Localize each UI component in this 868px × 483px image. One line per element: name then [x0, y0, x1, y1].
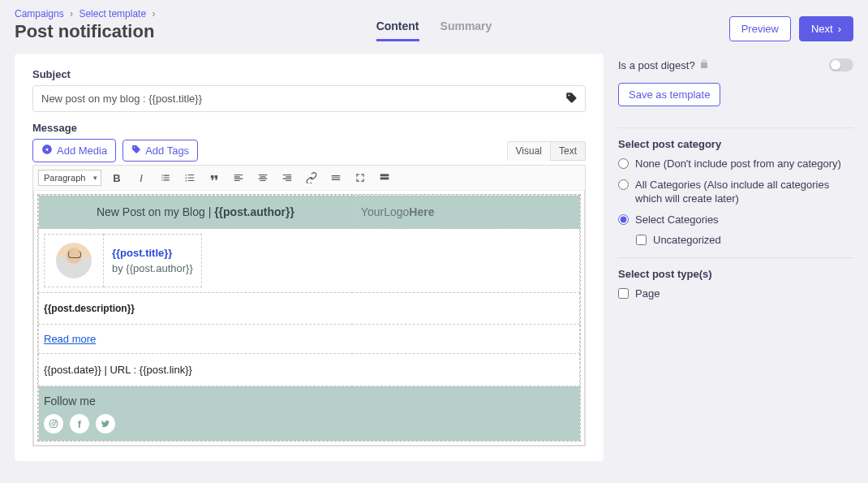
read-more-link[interactable]: Read more	[44, 333, 96, 345]
category-select-label: Select Categories	[635, 213, 719, 227]
post-by-prefix: by	[112, 262, 126, 274]
category-select-radio[interactable]	[618, 214, 629, 225]
align-left-icon[interactable]	[230, 169, 247, 187]
logo-text-a: YourLogo	[361, 205, 409, 218]
breadcrumb: Campaigns › Select template ›	[15, 8, 294, 19]
editor-tab-visual[interactable]: Visual	[507, 141, 551, 161]
post-category-label: Select post category	[618, 138, 853, 150]
post-type-page-label: Page	[635, 287, 660, 301]
align-right-icon[interactable]	[278, 169, 296, 187]
post-meta-row: {{post.date}} | URL : {{post.link}}	[39, 354, 580, 386]
category-all-label: All Categories (Also include all categor…	[635, 178, 853, 206]
digest-label: Is a post digest?	[618, 59, 695, 71]
subject-label: Subject	[32, 68, 586, 80]
breadcrumb-select-template[interactable]: Select template	[79, 8, 146, 19]
read-more-icon[interactable]	[327, 169, 345, 187]
link-icon[interactable]	[303, 169, 320, 187]
editor-tab-text[interactable]: Text	[550, 141, 586, 161]
tab-summary[interactable]: Summary	[440, 19, 492, 41]
category-none-radio[interactable]	[618, 158, 629, 169]
category-select-row[interactable]: Select Categories	[618, 213, 853, 227]
post-author-var: {{post.author}}	[126, 262, 192, 274]
digest-toggle[interactable]	[829, 58, 853, 71]
message-label: Message	[32, 122, 586, 134]
category-none-label: None (Don't include post from any catego…	[635, 157, 841, 171]
italic-icon[interactable]: I	[132, 169, 150, 187]
post-title-var: {{post.title}}	[112, 247, 193, 259]
editor-content[interactable]: New Post on my Blog | {{post.author}} Yo…	[37, 194, 581, 442]
page-title: Post notification	[15, 21, 294, 42]
save-template-button[interactable]: Save as template	[618, 83, 720, 106]
twitter-icon[interactable]	[96, 414, 115, 433]
next-button-label: Next	[811, 23, 833, 35]
add-tags-label: Add Tags	[145, 144, 189, 157]
category-all-row[interactable]: All Categories (Also include all categor…	[618, 178, 853, 206]
post-description-var: {{post.description}}	[39, 293, 580, 325]
align-center-icon[interactable]	[254, 169, 272, 187]
svg-point-3	[52, 422, 55, 425]
category-uncategorized-label: Uncategorized	[653, 233, 721, 248]
post-type-label: Select post type(s)	[618, 268, 853, 280]
subject-input[interactable]	[32, 85, 586, 112]
category-uncategorized-checkbox[interactable]	[636, 235, 647, 245]
avatar	[56, 243, 92, 278]
quote-icon[interactable]	[205, 169, 223, 187]
category-uncategorized-row[interactable]: Uncategorized	[618, 233, 853, 248]
tag-small-icon	[131, 144, 141, 157]
category-all-radio[interactable]	[618, 179, 629, 190]
post-type-page-row[interactable]: Page	[618, 287, 853, 301]
lock-icon	[699, 59, 709, 71]
logo-text-b: Here	[409, 205, 434, 218]
toolbar-toggle-icon[interactable]	[376, 169, 393, 187]
breadcrumb-campaigns[interactable]: Campaigns	[15, 8, 64, 19]
bullet-list-icon[interactable]	[157, 169, 174, 187]
post-type-page-checkbox[interactable]	[618, 288, 629, 299]
svg-point-4	[55, 421, 56, 422]
add-media-label: Add Media	[57, 144, 107, 157]
format-select[interactable]: Paragraph	[38, 170, 101, 186]
bold-icon[interactable]: B	[108, 169, 126, 187]
preview-button[interactable]: Preview	[729, 16, 791, 41]
email-header-text: New Post on my Blog |	[97, 205, 214, 218]
instagram-icon[interactable]	[44, 414, 63, 433]
svg-rect-0	[380, 174, 389, 176]
tag-icon[interactable]	[565, 92, 578, 106]
category-none-row[interactable]: None (Don't include post from any catego…	[618, 157, 853, 171]
media-icon	[41, 144, 53, 157]
chevron-right-icon: ›	[838, 23, 841, 35]
add-tags-button[interactable]: Add Tags	[122, 140, 198, 162]
email-header-author-var: {{post.author}}	[214, 205, 294, 218]
fullscreen-icon[interactable]	[351, 169, 369, 187]
editor-toolbar: Paragraph B I	[33, 166, 585, 191]
facebook-icon[interactable]: f	[70, 414, 89, 433]
tab-content[interactable]: Content	[376, 19, 419, 41]
follow-me-label: Follow me	[44, 395, 574, 408]
next-button[interactable]: Next ›	[799, 16, 853, 41]
numbered-list-icon[interactable]	[181, 169, 199, 187]
add-media-button[interactable]: Add Media	[32, 139, 116, 162]
svg-rect-1	[380, 177, 389, 179]
